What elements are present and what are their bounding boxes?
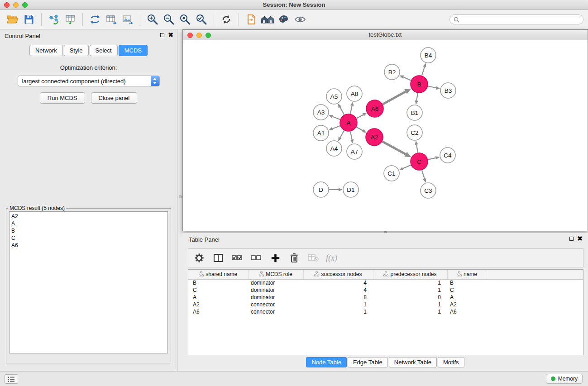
deselect-all-button[interactable] <box>250 251 263 265</box>
node-C1[interactable]: C1 <box>384 166 399 181</box>
float-panel-icon[interactable] <box>160 33 164 37</box>
node-table-container[interactable]: shared nameMCDS rolesuccessor nodesprede… <box>188 269 583 355</box>
open-file-button[interactable] <box>5 12 21 27</box>
mcds-result-item[interactable]: A <box>10 220 167 227</box>
table-row[interactable]: Cdominator41C <box>188 286 583 294</box>
edge-A-A8[interactable] <box>350 102 354 114</box>
mcds-result-item[interactable]: C <box>10 234 167 242</box>
edge-A6-B[interactable] <box>383 89 411 105</box>
export-table-button[interactable] <box>103 12 120 27</box>
import-network-button[interactable] <box>46 12 62 27</box>
run-mcds-button[interactable]: Run MCDS <box>40 92 85 104</box>
table-row[interactable]: Bdominator41B <box>188 279 583 286</box>
export-network-button[interactable] <box>87 12 103 27</box>
column-header-successor-nodes[interactable]: successor nodes <box>303 270 373 279</box>
delete-table-button[interactable] <box>307 251 320 265</box>
network-close-button[interactable] <box>187 33 193 38</box>
graphics-details-button[interactable] <box>292 12 308 27</box>
node-A1[interactable]: A1 <box>313 125 329 141</box>
delete-column-button[interactable] <box>288 251 301 265</box>
tab-motifs[interactable]: Motifs <box>438 357 464 367</box>
edge-A2-C[interactable] <box>382 142 411 157</box>
edge-D-D1[interactable] <box>329 188 343 191</box>
node-A6[interactable]: A6 <box>366 100 383 117</box>
table-row[interactable]: A2connector11A2 <box>188 301 583 308</box>
edge-B-B4[interactable] <box>422 63 426 76</box>
zoom-window-button[interactable] <box>22 2 28 8</box>
edge-A-A6[interactable] <box>357 113 367 118</box>
memory-button[interactable]: Memory <box>546 374 583 384</box>
document-export-button[interactable] <box>243 12 259 27</box>
edge-C-C1[interactable] <box>399 165 411 170</box>
edge-C-C3[interactable] <box>422 170 426 183</box>
zoom-fit-button[interactable] <box>177 12 193 27</box>
mcds-result-list[interactable]: A2ABCA6 <box>9 211 168 353</box>
edge-A-A5[interactable] <box>338 104 344 115</box>
node-A7[interactable]: A7 <box>347 144 362 159</box>
close-window-button[interactable] <box>4 2 10 8</box>
node-D[interactable]: D <box>313 182 329 197</box>
column-header-shared-name[interactable]: shared name <box>188 270 248 279</box>
node-C3[interactable]: C3 <box>421 183 436 198</box>
show-columns-button[interactable] <box>212 251 225 265</box>
export-image-button[interactable] <box>120 12 136 27</box>
node-A2[interactable]: A2 <box>366 129 383 146</box>
node-D1[interactable]: D1 <box>343 182 359 197</box>
show-panels-button[interactable] <box>5 374 18 384</box>
node-A8[interactable]: A8 <box>347 86 362 101</box>
edge-C-C4[interactable] <box>428 156 440 159</box>
table-options-button[interactable] <box>193 251 206 265</box>
edge-C-C2[interactable] <box>415 141 418 152</box>
network-canvas[interactable]: B4B2BB3A5A8A6B1A3AC2A1A2A4A7C4CC1C3DD1 <box>183 41 588 231</box>
zoom-selected-button[interactable] <box>193 12 210 27</box>
mcds-result-item[interactable]: A6 <box>10 242 167 249</box>
edge-B-B2[interactable] <box>399 75 411 80</box>
edge-A-A4[interactable] <box>338 130 344 141</box>
mcds-result-item[interactable]: B <box>10 227 167 234</box>
zoom-out-button[interactable] <box>161 12 177 27</box>
zoom-in-button[interactable] <box>144 12 161 27</box>
select-all-button[interactable] <box>231 251 244 265</box>
column-header-name[interactable]: name <box>447 270 487 279</box>
close-table-panel-icon[interactable]: ✖ <box>577 236 583 241</box>
tab-style[interactable]: Style <box>64 45 89 56</box>
close-panel-button[interactable]: Close panel <box>91 92 138 104</box>
node-A4[interactable]: A4 <box>326 141 342 156</box>
table-row[interactable]: A6connector11A6 <box>188 308 583 315</box>
column-header-MCDS-role[interactable]: MCDS role <box>248 270 303 279</box>
node-C[interactable]: C <box>411 153 428 170</box>
tab-network-table[interactable]: Network Table <box>389 357 437 367</box>
style-palette-button[interactable] <box>276 12 292 27</box>
tab-mcds[interactable]: MCDS <box>119 45 148 56</box>
function-builder-button[interactable]: f(x) <box>326 253 337 263</box>
edge-A-A2[interactable] <box>356 127 366 133</box>
node-B4[interactable]: B4 <box>421 48 436 63</box>
edge-B-B3[interactable] <box>428 86 440 90</box>
node-B2[interactable]: B2 <box>384 64 400 80</box>
node-C2[interactable]: C2 <box>407 125 422 140</box>
node-A5[interactable]: A5 <box>326 89 342 104</box>
node-A[interactable]: A <box>340 114 357 131</box>
criterion-dropdown[interactable]: largest connected component (directed) <box>18 76 160 86</box>
network-minimize-button[interactable] <box>196 33 202 38</box>
table-row[interactable]: Adominator80A <box>188 294 583 301</box>
node-B[interactable]: B <box>411 76 428 93</box>
search-input[interactable] <box>462 16 579 23</box>
tab-edge-table[interactable]: Edge Table <box>348 357 388 367</box>
tab-network[interactable]: Network <box>29 45 63 56</box>
node-A3[interactable]: A3 <box>313 105 329 120</box>
import-table-button[interactable] <box>62 12 78 27</box>
add-column-button[interactable] <box>269 251 282 265</box>
node-B3[interactable]: B3 <box>440 83 456 98</box>
tab-select[interactable]: Select <box>90 45 118 56</box>
node-B1[interactable]: B1 <box>407 105 422 120</box>
network-window-titlebar[interactable]: testGlobe.txt <box>183 30 588 40</box>
edge-A-A7[interactable] <box>350 132 354 144</box>
node-C4[interactable]: C4 <box>440 148 455 163</box>
first-neighbors-button[interactable] <box>259 12 276 27</box>
column-header-predecessor-nodes[interactable]: predecessor nodes <box>373 270 447 279</box>
edge-A-A3[interactable] <box>329 115 340 119</box>
float-table-panel-icon[interactable] <box>569 237 574 241</box>
mcds-result-item[interactable]: A2 <box>10 213 167 220</box>
splitter-grip[interactable] <box>179 195 182 198</box>
